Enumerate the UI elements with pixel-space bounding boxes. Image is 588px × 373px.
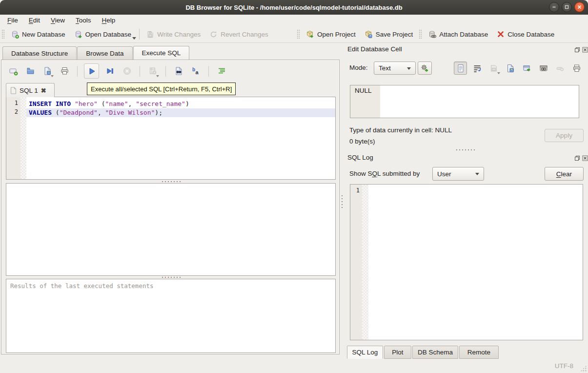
sql-token: "name" xyxy=(105,100,128,107)
svg-text:b: b xyxy=(192,67,195,72)
print-cell-button[interactable] xyxy=(570,62,583,75)
print-icon xyxy=(60,66,69,76)
maximize-button[interactable] xyxy=(562,2,572,12)
auto-complete-button[interactable]: b a xyxy=(189,65,202,78)
new-database-icon xyxy=(11,30,19,39)
word-wrap-button[interactable] xyxy=(470,62,484,75)
copy-link-button[interactable] xyxy=(537,62,550,75)
sql-token: VALUES xyxy=(29,109,52,116)
tab-execute-sql[interactable]: Execute SQL xyxy=(133,46,190,60)
menu-tools[interactable]: Tools xyxy=(70,16,97,25)
toolbar-drag-handle[interactable] xyxy=(1,29,5,39)
float-panel-button[interactable] xyxy=(574,46,581,53)
open-external-button[interactable] xyxy=(520,62,533,75)
open-sql-file-button[interactable] xyxy=(24,65,37,78)
menu-file[interactable]: File xyxy=(2,16,23,25)
minimize-button[interactable] xyxy=(549,2,559,12)
text-view-button[interactable] xyxy=(454,62,467,75)
write-changes-button: Write Changes xyxy=(142,28,205,41)
mode-label: Mode: xyxy=(349,64,368,71)
log-filter-value: User xyxy=(437,170,451,178)
tab-database-structure[interactable]: Database Structure xyxy=(2,46,77,60)
log-line-number-gutter: 1 xyxy=(350,185,362,340)
open-database-dropdown-icon[interactable] xyxy=(132,37,136,40)
close-panel-button[interactable] xyxy=(582,155,588,162)
print-icon xyxy=(572,64,581,73)
toolbar-drag-handle[interactable] xyxy=(297,29,300,39)
execute-line-icon xyxy=(105,66,115,76)
execute-all-button[interactable] xyxy=(84,63,99,79)
save-results-dropdown-icon xyxy=(156,75,159,77)
apply-format-button[interactable] xyxy=(418,62,432,75)
sql-token: "hero" xyxy=(75,100,98,107)
toolbar-drag-handle[interactable] xyxy=(419,29,422,39)
set-null-icon xyxy=(556,64,565,73)
close-button[interactable] xyxy=(574,2,585,12)
save-project-icon xyxy=(365,30,373,39)
sql-token: , xyxy=(98,109,105,116)
results-placeholder: Results of the last executed statements xyxy=(6,279,335,292)
open-sql-tab-button[interactable] xyxy=(7,65,20,78)
dock-splitter[interactable] xyxy=(455,149,475,151)
apply-button: Apply xyxy=(545,129,584,142)
word-wrap-icon xyxy=(473,64,482,73)
cell-editor-title: Edit Database Cell xyxy=(347,45,402,53)
save-sql-dropdown-icon[interactable] xyxy=(51,75,54,77)
attach-database-icon xyxy=(428,30,436,39)
log-fold-margin xyxy=(362,185,368,340)
close-panel-icon xyxy=(582,155,588,161)
dock-tab-label: Plot xyxy=(392,349,403,356)
mode-select[interactable]: Text xyxy=(374,62,416,75)
results-message-pane[interactable]: Results of the last executed statements xyxy=(6,279,336,353)
sql-document-tab[interactable]: SQL 1 ✖ xyxy=(6,83,55,97)
open-sql-tab-icon xyxy=(9,66,18,76)
export-data-button[interactable] xyxy=(504,62,517,75)
cell-value-editor[interactable]: NULL xyxy=(350,85,579,118)
horizontal-splitter[interactable] xyxy=(161,276,181,278)
save-sql-file-button[interactable] xyxy=(41,65,54,78)
execute-line-button[interactable] xyxy=(103,65,116,78)
horizontal-splitter[interactable] xyxy=(161,181,181,183)
tab-label: Browse Data xyxy=(86,50,123,57)
sql-tab-close-icon[interactable]: ✖ xyxy=(41,87,46,94)
resize-grip[interactable] xyxy=(580,365,587,372)
results-grid-pane[interactable] xyxy=(6,183,336,276)
menu-help[interactable]: Help xyxy=(97,16,121,25)
attach-database-button[interactable]: Attach Database xyxy=(424,28,492,41)
dock-tab-remote[interactable]: Remote xyxy=(459,346,499,359)
menu-view[interactable]: View xyxy=(45,16,70,25)
new-database-button[interactable]: New Database xyxy=(6,28,70,41)
close-panel-button[interactable] xyxy=(582,46,588,53)
dock-tab-db-schema[interactable]: DB Schema xyxy=(412,346,458,359)
dock-tab-sql-log[interactable]: SQL Log xyxy=(347,346,383,359)
format-sql-button[interactable] xyxy=(215,65,228,78)
sql-log-editor[interactable]: 1 xyxy=(350,184,583,340)
sql-document-icon xyxy=(10,87,17,94)
format-sql-icon xyxy=(217,66,226,76)
save-results-icon xyxy=(148,66,158,76)
revert-changes-button: Revert Changes xyxy=(205,28,273,41)
open-project-button[interactable]: Open Project xyxy=(302,28,360,41)
log-filter-select[interactable]: User xyxy=(432,167,484,181)
window-controls xyxy=(549,2,585,12)
vertical-splitter[interactable] xyxy=(341,194,343,210)
save-project-button[interactable]: Save Project xyxy=(360,28,418,41)
menu-edit[interactable]: Edit xyxy=(23,16,45,25)
line-number-gutter: 1 2 xyxy=(6,97,20,179)
write-changes-label: Write Changes xyxy=(157,31,201,38)
sql-code-editor[interactable]: 1 2 INSERT INTO "hero" ("name", "secret_… xyxy=(6,97,336,180)
dock-tab-plot[interactable]: Plot xyxy=(384,346,411,359)
clear-log-button[interactable]: Clear xyxy=(545,167,584,181)
set-null-button xyxy=(553,62,567,75)
export-data-icon xyxy=(506,64,515,73)
code-area[interactable]: INSERT INTO "hero" ("name", "secret_name… xyxy=(26,97,335,179)
tab-browse-data[interactable]: Browse Data xyxy=(77,46,132,60)
float-panel-button[interactable] xyxy=(574,155,581,162)
title-bar[interactable]: DB Browser for SQLite - /home/user/code/… xyxy=(0,0,588,15)
print-button[interactable] xyxy=(58,65,71,78)
close-database-button[interactable]: Close Database xyxy=(492,28,559,40)
apply-changes-icon xyxy=(420,63,429,73)
menu-bar: File Edit View Tools Help xyxy=(0,15,588,26)
open-database-button[interactable]: Open Database xyxy=(70,28,133,41)
find-replace-button[interactable] xyxy=(172,65,185,78)
